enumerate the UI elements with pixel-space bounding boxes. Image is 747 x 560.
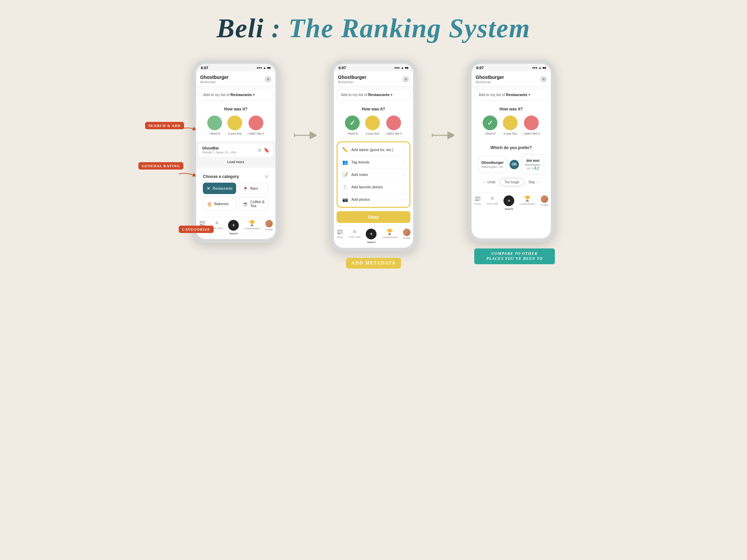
nav-feed-3[interactable]: 📰 Feed xyxy=(474,195,481,211)
page-title: Beli : The Ranking System xyxy=(217,14,531,43)
rating-fine-1[interactable]: It was fine xyxy=(227,115,242,135)
metadata-labels[interactable]: ✏️ Add labels (good for, etc.) › xyxy=(338,144,409,156)
rating-section-2: How was it? ✓ I liked it! it was fine xyxy=(337,103,410,139)
close-btn-2[interactable]: ✕ xyxy=(403,76,409,83)
category-bakeries-label: Bakeries xyxy=(214,202,229,206)
nav-search-2[interactable]: + Search xyxy=(366,229,377,244)
notes-text: Add notes xyxy=(351,172,368,177)
metadata-friends[interactable]: 👥 Tag friends › xyxy=(338,156,409,168)
notes-chevron: › xyxy=(404,172,405,177)
category-bakeries[interactable]: 🎂 Bakeries xyxy=(203,197,236,211)
add-to-list-2[interactable]: Add to my list of Restaurants ▾ xyxy=(337,89,410,101)
category-grid-1: ✕ Restaurants 🍷 Bars 🎂 Bakeries ☕ xyxy=(203,183,269,211)
nav-lists-2[interactable]: ≡ Your Lists xyxy=(349,229,360,244)
label-dislike-3: I didn't like it xyxy=(523,132,539,135)
label-fine-3: It was fine xyxy=(504,132,517,135)
category-restaurants[interactable]: ✕ Restaurants xyxy=(203,183,236,194)
bottom-nav-2: 📰 Feed ≡ Your Lists + Search 🏆 Leaderboa… xyxy=(334,225,413,248)
rating-liked-3[interactable]: ✓ I liked it! xyxy=(483,115,497,135)
search-results-1: GhostBar Florida 7, Davie, FL, USA ⊕ 🔖 L… xyxy=(196,141,276,168)
add-list-text-3: Add to my list of xyxy=(479,93,505,97)
rating-fine-3[interactable]: It was fine xyxy=(503,115,518,135)
category-bars[interactable]: 🍷 Bars xyxy=(239,183,269,194)
circle-yellow-1 xyxy=(227,115,242,130)
search-btn-2[interactable]: + xyxy=(366,229,377,239)
circle-red-2 xyxy=(386,115,401,130)
nav-leaderboard-label-3: Leaderboard xyxy=(520,203,535,206)
nav-profile-3[interactable]: Profile xyxy=(540,195,548,211)
rating-title-3: How was it? xyxy=(478,107,544,111)
annotation-general-rating: General Rating xyxy=(138,162,183,169)
leaderboard-icon-1: 🏆 xyxy=(249,220,255,226)
arrow-svg-2 xyxy=(431,127,454,144)
bookmark-icon-ghostbar[interactable]: 🔖 xyxy=(264,148,269,153)
category-close-btn[interactable]: ✕ xyxy=(265,174,269,179)
compare-ghostburger-loc: Washington, DC xyxy=(481,165,504,168)
doimoi-score: • 8.2 xyxy=(532,166,539,170)
friends-text: Tag friends xyxy=(351,160,369,164)
circle-yellow-3 xyxy=(503,115,518,130)
metadata-photos-left: 📷 Add photos xyxy=(342,197,370,202)
nav-leaderboard-2[interactable]: 🏆 Leaderboard xyxy=(382,229,397,244)
rating-dislike-1[interactable]: I didn't like it xyxy=(248,115,264,135)
plus-icon-ghostbar[interactable]: ⊕ xyxy=(258,148,262,153)
search-btn-3[interactable]: + xyxy=(504,195,514,206)
metadata-photos[interactable]: 📷 Add photos › xyxy=(338,193,409,206)
add-to-list-1[interactable]: Add to my list of Restaurants ▾ xyxy=(199,89,273,101)
nav-search-1[interactable]: + Search xyxy=(228,220,239,235)
compare-options-3: Ghostburger Washington, DC OR doi moi Wa… xyxy=(478,154,544,175)
nav-profile-2[interactable]: Profile xyxy=(403,229,410,244)
status-icons-1: ●●●▲■■ xyxy=(257,66,271,70)
close-btn-1[interactable]: ✕ xyxy=(265,76,272,83)
nav-search-3[interactable]: + Search xyxy=(504,195,514,211)
category-coffee-tea[interactable]: ☕ Coffee & Tea xyxy=(239,197,269,211)
title-colon: : xyxy=(272,14,281,43)
compare-card-doimoi[interactable]: doi moi Washington, DC • 8.2 xyxy=(522,154,544,175)
rating-fine-2[interactable]: it was fine xyxy=(365,115,380,135)
phone-2-inner: 6:07 ●●●▲■■ Ghostburger American ✕ xyxy=(334,64,413,248)
label-fine-2: it was fine xyxy=(366,132,379,135)
rating-dislike-3[interactable]: I didn't like it xyxy=(523,115,539,135)
load-more-1[interactable]: Load more xyxy=(196,157,276,166)
nav-leaderboard-3[interactable]: 🏆 Leaderboard xyxy=(520,195,535,211)
category-title-1: Choose a category xyxy=(203,174,239,179)
nav-lists-3[interactable]: ≡ Your Lists xyxy=(486,195,498,211)
category-header-1: Choose a category ✕ xyxy=(203,174,269,179)
rating-dislike-2[interactable]: I didn't like it xyxy=(385,115,402,135)
label-dislike-2: I didn't like it xyxy=(385,132,402,135)
search-header-2: Ghostburger American ✕ xyxy=(334,71,413,87)
nav-leaderboard-1[interactable]: 🏆 Leaderboard xyxy=(244,220,260,235)
too-tough-btn-3[interactable]: Too tough xyxy=(499,178,524,186)
metadata-dishes[interactable]: 🍴 Add favorite dishes › xyxy=(338,181,409,193)
nav-feed-2[interactable]: 📰 Feed xyxy=(337,229,343,244)
rating-liked-1[interactable]: I liked it! xyxy=(207,115,222,135)
close-btn-3[interactable]: ✕ xyxy=(540,76,547,83)
metadata-notes[interactable]: 📝 Add notes › xyxy=(338,168,409,181)
title-subtitle: The Ranking System xyxy=(288,14,531,43)
status-icons-2: ●●●▲■■ xyxy=(394,66,408,70)
metadata-section-2: ✏️ Add labels (good for, etc.) › 👥 Tag f… xyxy=(337,141,410,208)
add-to-list-3[interactable]: Add to my list of Restaurants ▾ xyxy=(474,89,548,101)
okay-btn-2[interactable]: Okay xyxy=(337,211,410,223)
rating-title-2: How was it? xyxy=(341,107,406,111)
restaurants-icon: ✕ xyxy=(207,186,211,191)
status-time-3: 6:07 xyxy=(476,66,484,70)
restaurant-type-3: American xyxy=(475,80,504,84)
nav-profile-label-2: Profile xyxy=(403,237,410,240)
compare-card-ghostburger[interactable]: Ghostburger Washington, DC xyxy=(478,156,507,173)
rating-options-3: ✓ I liked it! It was fine I didn't like … xyxy=(478,115,544,135)
undo-btn-3[interactable]: ← Undo xyxy=(483,180,495,184)
rating-liked-2[interactable]: ✓ I liked it! xyxy=(345,115,360,135)
nav-feed-label-3: Feed xyxy=(474,203,481,206)
avatar-img-1 xyxy=(265,220,273,227)
category-bars-label: Bars xyxy=(250,186,258,190)
restaurant-name-2: Ghostburger xyxy=(338,75,366,80)
nav-profile-1[interactable]: Profile xyxy=(265,220,273,235)
compare-title-3: Which do you prefer? xyxy=(478,145,544,150)
label-liked-2: I liked it! xyxy=(347,132,358,135)
skip-btn-3[interactable]: Skip → xyxy=(529,180,539,184)
search-btn-1[interactable]: + xyxy=(228,220,239,231)
or-badge-3: OR xyxy=(510,160,519,169)
result-item-ghostbar[interactable]: GhostBar Florida 7, Davie, FL, USA ⊕ 🔖 xyxy=(199,143,273,157)
avatar-2 xyxy=(403,229,410,236)
